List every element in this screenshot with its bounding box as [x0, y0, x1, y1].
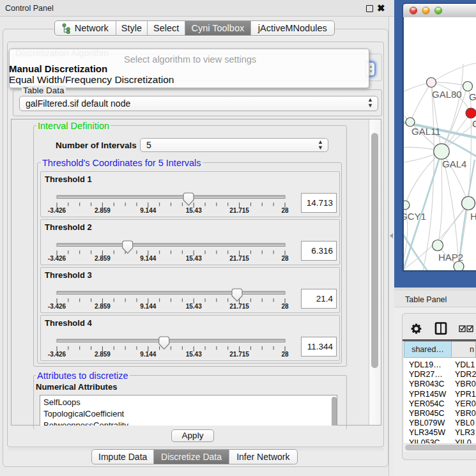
svg-text:2.859: 2.859 [95, 255, 111, 262]
svg-text:-3.426: -3.426 [48, 303, 66, 310]
svg-text:-3.426: -3.426 [48, 351, 66, 358]
svg-text:28: 28 [281, 255, 289, 262]
svg-text:28: 28 [281, 303, 289, 310]
svg-text:-3.426: -3.426 [48, 255, 66, 262]
svg-text:GA: GA [472, 118, 476, 129]
svg-text:HAP2: HAP2 [438, 252, 463, 263]
svg-text:GAL11: GAL11 [411, 126, 441, 137]
svg-text:GCY1: GCY1 [400, 211, 426, 222]
svg-text:GAL80: GAL80 [432, 89, 462, 100]
svg-text:2.859: 2.859 [95, 303, 111, 310]
svg-text:GA: GA [469, 91, 476, 102]
svg-text:2.859: 2.859 [95, 207, 111, 214]
svg-text:21.715: 21.715 [229, 351, 249, 358]
svg-text:21.715: 21.715 [229, 255, 249, 262]
svg-text:15.43: 15.43 [186, 207, 202, 214]
svg-text:21.715: 21.715 [229, 207, 249, 214]
svg-text:9.144: 9.144 [140, 303, 156, 310]
svg-text:9.144: 9.144 [140, 351, 156, 358]
svg-text:28: 28 [281, 351, 289, 358]
svg-text:H: H [470, 211, 476, 222]
svg-text:15.43: 15.43 [186, 351, 202, 358]
svg-text:9.144: 9.144 [140, 255, 156, 262]
svg-text:9.144: 9.144 [140, 207, 156, 214]
svg-text:2.859: 2.859 [95, 351, 111, 358]
svg-text:GAL4: GAL4 [442, 158, 466, 169]
svg-text:-3.426: -3.426 [48, 207, 66, 214]
svg-text:15.43: 15.43 [186, 255, 202, 262]
svg-text:21.715: 21.715 [229, 303, 249, 310]
svg-text:15.43: 15.43 [186, 303, 202, 310]
svg-text:28: 28 [281, 207, 289, 214]
